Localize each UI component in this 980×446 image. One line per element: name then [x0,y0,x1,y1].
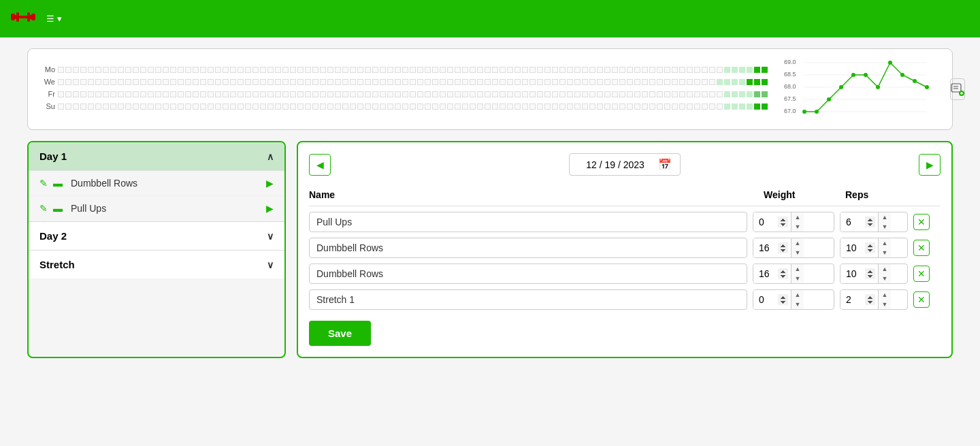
heatmap-cell [103,67,109,73]
weight-input[interactable] [753,212,791,232]
weight-decrement-button[interactable]: ▼ [791,300,804,309]
heatmap-row: Mo [39,65,768,74]
heatmap-cell [342,79,348,85]
list-item: ✎ ▬ Dumbbell Rows ▶ [29,171,284,196]
delete-exercise-button[interactable]: ✕ [913,214,930,230]
stretch-header[interactable]: Stretch ∨ [29,250,284,278]
weight-input[interactable] [753,238,791,257]
weight-decrement-button[interactable]: ▼ [791,222,804,232]
heatmap-cell [372,79,378,85]
day1-header[interactable]: Day 1 ∧ [29,142,284,170]
menu-button[interactable]: ☰ ▾ [46,14,62,24]
heatmap-cell [350,103,356,110]
date-input[interactable] [578,159,653,170]
heatmap-cell [470,103,476,110]
heatmap-cell [762,79,768,85]
reps-increment-button[interactable]: ▲ [879,290,891,300]
delete-exercise-button[interactable]: ✕ [913,291,930,308]
reps-decrement-button[interactable]: ▼ [879,300,891,309]
weight-input[interactable] [753,290,791,309]
reps-input[interactable] [840,238,878,257]
col-name-header: Name [309,189,764,200]
heatmap-cell [223,67,229,73]
reps-decrement-button[interactable]: ▼ [879,222,891,232]
remove-icon[interactable]: ▬ [53,178,63,189]
heatmap-cell [215,103,221,110]
heatmap-cell [103,79,109,85]
heatmap-cell [170,91,176,97]
reps-increment-button[interactable]: ▲ [879,238,891,248]
reps-increment-button[interactable]: ▲ [879,212,891,222]
day2-header[interactable]: Day 2 ∨ [29,221,284,250]
weight-decrement-button[interactable]: ▼ [791,248,804,257]
heatmap-cell [163,91,169,97]
reps-decrement-button[interactable]: ▼ [879,274,891,283]
heatmap-cell [282,91,289,97]
reps-input[interactable] [840,212,878,232]
calendar-icon: 📅 [658,158,672,171]
weight-increment-button[interactable]: ▲ [791,238,804,248]
navigate-exercise-icon[interactable]: ▶ [266,203,274,214]
heatmap-cell [133,67,139,73]
heatmap-cell [365,67,371,73]
heatmap-cell [679,79,685,85]
heatmap-cell [657,91,663,97]
exercise-name-input[interactable] [309,264,747,284]
heatmap-cell [417,103,423,110]
reps-input[interactable] [840,290,878,309]
reps-decrement-button[interactable]: ▼ [879,248,891,257]
delete-exercise-button[interactable]: ✕ [913,266,930,282]
heatmap-cell [133,103,139,110]
heatmap-cell [65,67,71,73]
weight-input-wrap: ▲▼ [753,264,834,284]
weight-decrement-button[interactable]: ▼ [791,274,804,283]
heatmap-cell [634,79,640,85]
heatmap-cell [709,91,715,97]
heatmap-cell [717,67,723,73]
edit-icon[interactable]: ✎ [39,178,48,189]
heatmap-cell [552,79,558,85]
heatmap-cell [185,67,191,73]
weight-increment-button[interactable]: ▲ [791,264,804,274]
svg-point-23 [876,85,880,89]
main-content: MoWeFrSu 69.0 68.5 68.0 67.5 67.0 [0,37,980,369]
reps-increment-button[interactable]: ▲ [879,264,891,274]
save-button[interactable]: Save [309,321,371,346]
heatmap-cell [185,79,191,85]
activity-card: MoWeFrSu 69.0 68.5 68.0 67.5 67.0 [27,48,953,130]
delete-exercise-button[interactable]: ✕ [913,240,930,256]
reps-input-wrap: ▲▼ [840,289,908,310]
add-record-button[interactable] [950,78,965,100]
heatmap-cell [754,79,760,85]
heatmap-cell [417,67,423,73]
heatmap-cell [335,103,341,110]
exercise-name-input[interactable] [309,238,747,258]
next-date-button[interactable]: ▶ [919,154,941,176]
navigate-exercise-icon[interactable]: ▶ [266,178,274,189]
weight-input[interactable] [753,264,791,283]
prev-date-button[interactable]: ◀ [309,154,331,176]
heatmap-cell [170,103,176,110]
date-navigation: ◀ 📅 ▶ [309,153,941,176]
heatmap-cell [762,103,768,110]
heatmap-cell [275,79,281,85]
exercise-name-input[interactable] [309,212,747,232]
remove-icon[interactable]: ▬ [53,203,63,214]
heatmap-cell [567,67,573,73]
heatmap-cell [73,67,79,73]
weight-increment-button[interactable]: ▲ [791,212,804,222]
heatmap-cell [537,79,543,85]
heatmap-cell [559,79,566,85]
heatmap-cell [387,103,393,110]
heatmap-cell [672,79,678,85]
reps-input[interactable] [840,264,878,283]
heatmap-cell [267,79,274,85]
svg-point-25 [900,73,904,77]
heatmap-cell [365,79,371,85]
heatmap-cell [634,67,640,73]
weight-increment-button[interactable]: ▲ [791,290,804,300]
heatmap-cell [604,103,610,110]
edit-icon[interactable]: ✎ [39,203,48,214]
exercise-name-input[interactable] [309,289,747,310]
heatmap-cell [365,103,371,110]
